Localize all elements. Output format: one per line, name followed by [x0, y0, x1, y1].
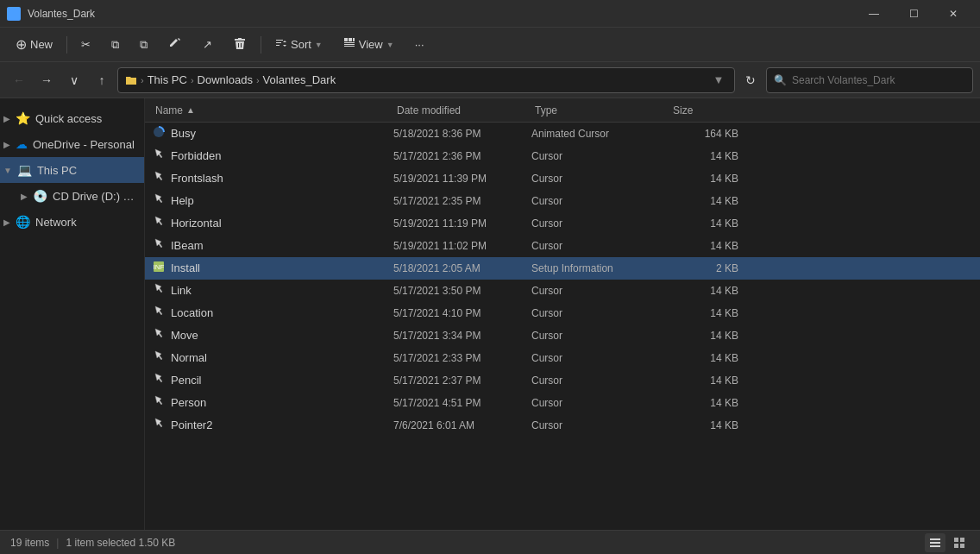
- file-type: Cursor: [531, 352, 669, 364]
- forward-button[interactable]: →: [35, 68, 59, 92]
- table-row[interactable]: Forbidden 5/17/2021 2:36 PM Cursor 14 KB: [145, 145, 980, 167]
- file-type: Cursor: [531, 217, 669, 230]
- table-row[interactable]: Person 5/17/2021 4:51 PM Cursor 14 KB: [145, 392, 980, 414]
- svg-rect-4: [353, 38, 355, 41]
- file-date: 5/18/2021 8:36 PM: [393, 128, 531, 140]
- sidebar-item-onedrive[interactable]: ▶ ☁ OneDrive - Personal: [0, 131, 144, 157]
- refresh-button[interactable]: ↻: [738, 68, 763, 92]
- maximize-button[interactable]: ☐: [894, 0, 933, 28]
- network-icon: 🌐: [16, 215, 30, 229]
- file-size: 14 KB: [669, 173, 738, 185]
- paste-icon: ⧉: [140, 38, 148, 52]
- file-name: Normal: [171, 351, 207, 364]
- file-name: Move: [171, 329, 198, 342]
- path-thispc: This PC: [148, 73, 187, 86]
- window-title: Volantes_Dark: [28, 8, 95, 20]
- file-type-icon: [152, 327, 166, 343]
- main-layout: ▶ ⭐ Quick access ▶ ☁ OneDrive - Personal…: [0, 98, 980, 530]
- col-header-type[interactable]: Type: [531, 104, 669, 116]
- file-type-icon: [152, 305, 166, 321]
- view-toggle-buttons: [925, 533, 970, 552]
- delete-button[interactable]: [224, 31, 255, 59]
- address-bar: ← → ∨ ↑ › This PC › Downloads › Volantes…: [0, 62, 980, 98]
- share-button[interactable]: ↗: [194, 31, 221, 59]
- file-size: 14 KB: [669, 240, 738, 252]
- svg-rect-15: [960, 538, 964, 542]
- file-type: Cursor: [531, 375, 669, 387]
- details-view-button[interactable]: [925, 533, 945, 552]
- file-size: 14 KB: [669, 330, 738, 342]
- onedrive-label: OneDrive - Personal: [33, 138, 137, 151]
- table-row[interactable]: INF Install 5/18/2021 2:05 AM Setup Info…: [145, 257, 980, 280]
- svg-rect-11: [930, 538, 940, 540]
- file-size: 14 KB: [669, 195, 738, 207]
- toolbar-separator-2: [261, 36, 261, 54]
- more-button[interactable]: ···: [406, 31, 433, 59]
- search-input[interactable]: [792, 74, 965, 86]
- close-button[interactable]: ✕: [933, 0, 973, 28]
- table-row[interactable]: Busy 5/18/2021 8:36 PM Animated Cursor 1…: [145, 123, 980, 145]
- address-path[interactable]: › This PC › Downloads › Volantes_Dark ▼: [117, 67, 735, 93]
- copy-icon: ⧉: [111, 38, 119, 52]
- col-header-name[interactable]: Name ▲: [152, 104, 393, 116]
- view-button[interactable]: View ▼: [335, 31, 403, 59]
- rename-button[interactable]: [160, 31, 191, 59]
- sort-icon: [275, 37, 287, 52]
- cut-button[interactable]: ✂: [72, 31, 99, 59]
- up-button[interactable]: ↑: [90, 68, 114, 92]
- expand-button[interactable]: ∨: [62, 68, 86, 92]
- file-date: 5/18/2021 2:05 AM: [393, 262, 531, 274]
- thispc-chevron-icon: ▼: [3, 166, 12, 175]
- minimize-button[interactable]: —: [854, 0, 894, 28]
- svg-rect-12: [930, 542, 940, 544]
- table-row[interactable]: Pencil 5/17/2021 2:37 PM Cursor 14 KB: [145, 369, 980, 392]
- file-name: Frontslash: [171, 172, 223, 185]
- sidebar-item-quick-access[interactable]: ▶ ⭐ Quick access: [0, 105, 144, 131]
- quick-access-chevron-icon: ▶: [3, 114, 10, 123]
- sidebar-item-network[interactable]: ▶ 🌐 Network: [0, 209, 144, 235]
- share-icon: ↗: [203, 38, 212, 51]
- back-button[interactable]: ←: [7, 68, 31, 92]
- col-header-size[interactable]: Size: [669, 104, 738, 116]
- status-separator: |: [56, 537, 59, 549]
- status-bar: 19 items | 1 item selected 1.50 KB: [0, 530, 980, 554]
- table-row[interactable]: Link 5/17/2021 3:50 PM Cursor 14 KB: [145, 280, 980, 302]
- copy-button[interactable]: ⧉: [103, 31, 128, 59]
- table-row[interactable]: IBeam 5/19/2021 11:02 PM Cursor 14 KB: [145, 235, 980, 257]
- file-type-icon: [152, 215, 166, 231]
- table-row[interactable]: Move 5/17/2021 3:34 PM Cursor 14 KB: [145, 324, 980, 347]
- new-label: New: [30, 38, 53, 51]
- tiles-view-button[interactable]: [949, 533, 970, 552]
- sort-button[interactable]: Sort ▼: [267, 31, 331, 59]
- file-type-icon: [152, 170, 166, 186]
- table-row[interactable]: Location 5/17/2021 4:10 PM Cursor 14 KB: [145, 302, 980, 324]
- file-date: 5/19/2021 11:39 PM: [393, 173, 531, 185]
- table-row[interactable]: Frontslash 5/19/2021 11:39 PM Cursor 14 …: [145, 167, 980, 190]
- table-row[interactable]: Horizontal 5/19/2021 11:19 PM Cursor 14 …: [145, 212, 980, 235]
- svg-rect-13: [930, 545, 940, 547]
- svg-rect-7: [344, 46, 355, 47]
- paste-button[interactable]: ⧉: [131, 31, 156, 59]
- file-date: 5/17/2021 2:35 PM: [393, 195, 531, 207]
- path-current: Volantes_Dark: [263, 73, 336, 86]
- file-size: 14 KB: [669, 419, 738, 431]
- svg-rect-6: [344, 44, 355, 45]
- sidebar-item-this-pc[interactable]: ▼ 💻 This PC: [0, 157, 144, 183]
- file-type: Animated Cursor: [531, 128, 669, 140]
- file-type: Cursor: [531, 330, 669, 342]
- file-list: Busy 5/18/2021 8:36 PM Animated Cursor 1…: [145, 123, 980, 530]
- table-row[interactable]: Help 5/17/2021 2:35 PM Cursor 14 KB: [145, 190, 980, 212]
- col-header-date[interactable]: Date modified: [393, 104, 531, 116]
- onedrive-icon: ☁: [16, 137, 28, 151]
- search-box[interactable]: 🔍: [766, 67, 973, 93]
- new-button[interactable]: ⊕ New: [7, 31, 61, 59]
- table-row[interactable]: Normal 5/17/2021 2:33 PM Cursor 14 KB: [145, 347, 980, 369]
- address-dropdown-button[interactable]: ▼: [710, 67, 727, 93]
- folder-icon: [125, 74, 137, 86]
- view-icon: [343, 37, 355, 52]
- col-type-label: Type: [535, 104, 557, 116]
- file-name: Horizontal: [171, 217, 222, 230]
- sidebar-item-cd-drive[interactable]: ▶ 💿 CD Drive (D:) Mobil...: [0, 183, 144, 209]
- table-row[interactable]: Pointer2 7/6/2021 6:01 AM Cursor 14 KB: [145, 414, 980, 437]
- col-date-label: Date modified: [397, 104, 461, 116]
